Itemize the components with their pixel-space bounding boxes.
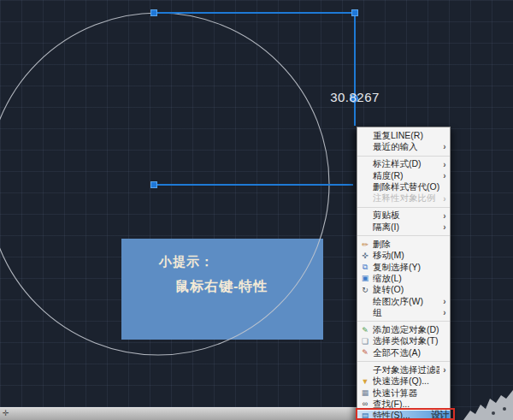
quick-select-icon: ▼ bbox=[357, 376, 373, 387]
menu-item-label: 快速选择(Q)... bbox=[373, 376, 439, 387]
menu-item-label: 组 bbox=[373, 307, 439, 319]
menu-item-label: 删除 bbox=[373, 239, 439, 251]
copy-icon: ⧉ bbox=[357, 262, 373, 273]
jagged-mountain-shape bbox=[463, 390, 513, 420]
menu-item-scale[interactable]: ▣缩放(L) bbox=[357, 273, 450, 284]
submenu-arrow-icon: › bbox=[439, 222, 450, 232]
menu-item-isolate[interactable]: 隔离(I)› bbox=[357, 222, 450, 233]
submenu-arrow-icon: › bbox=[439, 142, 450, 151]
player-icon: ✛ bbox=[3, 409, 9, 417]
menu-item-label: 全部不选(A) bbox=[373, 347, 439, 359]
menu-item-select-similar[interactable]: ❏选择类似对象(T) bbox=[357, 336, 450, 347]
menu-item-repeat-line[interactable]: 重复LINE(R) bbox=[357, 130, 450, 141]
menu-item-clipboard[interactable]: 剪贴板› bbox=[357, 210, 450, 222]
menu-item-add-selected[interactable]: ✎添加选定对象(D) bbox=[357, 324, 450, 335]
jagged-speck bbox=[503, 407, 506, 411]
grip-top-left[interactable] bbox=[151, 10, 157, 16]
menu-item-annotative-object-scale[interactable]: 注释性对象比例› bbox=[357, 192, 450, 204]
menu-item-erase[interactable]: ✏删除 bbox=[357, 239, 450, 250]
menu-item-label: 快速计算器 bbox=[373, 387, 439, 399]
menu-item-draw-order[interactable]: 绘图次序(W)› bbox=[357, 296, 450, 307]
context-menu: 重复LINE(R)最近的输入›标注样式(D)›精度(R)›删除样式替代(O)注释… bbox=[357, 127, 451, 420]
submenu-arrow-icon: › bbox=[439, 194, 450, 204]
menu-item-label: 最近的输入 bbox=[373, 141, 439, 153]
bottom-progress-bar[interactable]: ✛ bbox=[0, 407, 357, 420]
menu-item-label: 注释性对象比例 bbox=[373, 192, 439, 204]
menu-item-label: 添加选定对象(D) bbox=[373, 324, 439, 336]
menu-item-label: 重复LINE(R) bbox=[373, 130, 439, 142]
submenu-arrow-icon: › bbox=[439, 160, 450, 169]
menu-item-label: 标注样式(D) bbox=[373, 158, 439, 170]
menu-item-label: 删除样式替代(O) bbox=[373, 181, 439, 193]
dimension-value[interactable]: 30.8267 bbox=[323, 90, 386, 104]
submenu-arrow-icon: › bbox=[439, 297, 450, 306]
menu-item-quick-select[interactable]: ▼快速选择(Q)... bbox=[357, 376, 450, 387]
menu-item-rotate[interactable]: ↻旋转(O) bbox=[357, 285, 450, 296]
menu-item-label: 精度(R) bbox=[373, 170, 439, 182]
menu-item-label: 隔离(I) bbox=[373, 222, 439, 234]
menu-item-group[interactable]: 组› bbox=[357, 307, 450, 318]
menu-item-copy-selection[interactable]: ⧉复制选择(Y) bbox=[357, 262, 450, 273]
grip-bottom-left[interactable] bbox=[151, 182, 157, 188]
menu-item-label: 移动(M) bbox=[373, 250, 439, 262]
menu-item-deselect-all[interactable]: ✎全部不选(A) bbox=[357, 347, 450, 358]
select-similar-icon: ❏ bbox=[357, 336, 373, 347]
menu-item-label: 复制选择(Y) bbox=[373, 262, 439, 274]
submenu-arrow-icon: › bbox=[439, 171, 450, 180]
menu-item-label: 子对象选择过滤器 bbox=[373, 364, 439, 376]
submenu-arrow-icon: › bbox=[439, 365, 450, 375]
menu-item-label: 缩放(L) bbox=[373, 273, 439, 285]
menu-item-dimension-style[interactable]: 标注样式(D)› bbox=[357, 159, 450, 170]
menu-item-subobject-selection-filter[interactable]: 子对象选择过滤器› bbox=[357, 364, 450, 376]
menu-item-quick-calculator[interactable]: ▦快速计算器 bbox=[357, 387, 450, 399]
calculator-icon: ▦ bbox=[357, 387, 373, 399]
menu-item-label: 绘图次序(W) bbox=[373, 296, 439, 308]
menu-item-precision[interactable]: 精度(R)› bbox=[357, 170, 450, 181]
red-callout-box bbox=[356, 408, 455, 420]
menu-item-recent-input[interactable]: 最近的输入› bbox=[357, 141, 450, 152]
add-selected-icon: ✎ bbox=[357, 325, 373, 336]
menu-item-label: 旋转(O) bbox=[373, 284, 439, 296]
menu-item-label: 选择类似对象(T) bbox=[373, 335, 439, 347]
grip-top-right[interactable] bbox=[352, 10, 358, 16]
submenu-arrow-icon: › bbox=[439, 211, 450, 221]
scale-icon: ▣ bbox=[357, 273, 373, 284]
move-icon: ✜ bbox=[357, 251, 373, 262]
menu-item-label: 剪贴板 bbox=[373, 210, 439, 222]
drawing-canvas[interactable]: 小提示： 鼠标右键-特性 30.8267 ✛ 重复LINE(R)最近的输入›标注… bbox=[0, 0, 513, 420]
rotate-icon: ↻ bbox=[357, 285, 373, 296]
eraser-icon: ✏ bbox=[357, 240, 373, 251]
deselect-all-icon: ✎ bbox=[357, 347, 373, 358]
corner-jagged-shape bbox=[462, 389, 513, 420]
submenu-arrow-icon: › bbox=[439, 308, 450, 317]
menu-item-move[interactable]: ✜移动(M) bbox=[357, 251, 450, 262]
menu-item-remove-style-override[interactable]: 删除样式替代(O) bbox=[357, 181, 450, 192]
jagged-speck bbox=[492, 411, 495, 415]
